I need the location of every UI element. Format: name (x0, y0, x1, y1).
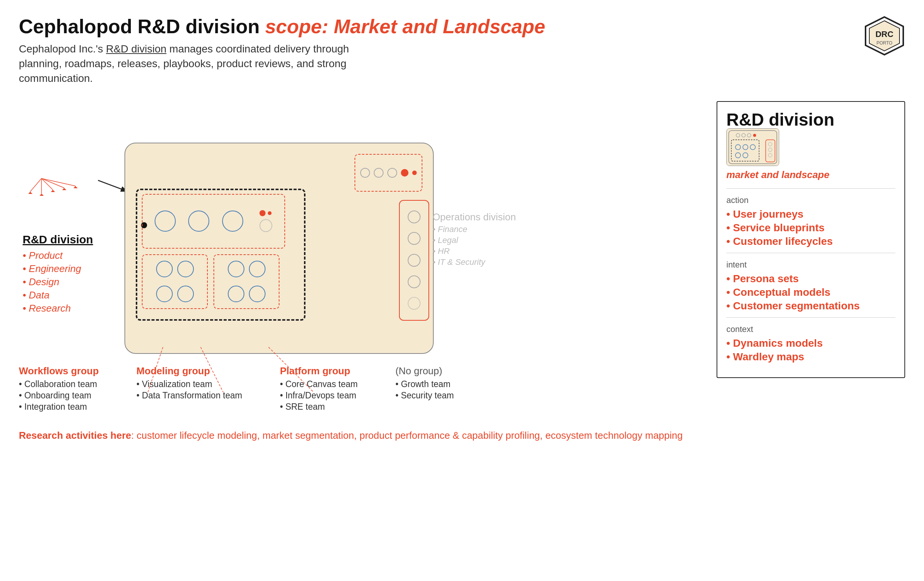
sidebar-subtitle: market and landscape (726, 169, 834, 181)
context-label: context (726, 324, 895, 334)
dot-top1 (259, 210, 266, 216)
intent-item-persona: Persona sets (726, 273, 895, 285)
svg-rect-19 (727, 129, 779, 166)
left-content: Go To Market division Sales & Sales Ops … (19, 101, 701, 443)
ops-item: IT & Security (432, 257, 516, 267)
nogroup-list: Growth team Security team (395, 379, 471, 401)
action-item-lifecycles: Customer lifecycles (726, 235, 895, 248)
modeling-list: Visualization team Data Transformation t… (137, 379, 242, 401)
svg-marker-12 (40, 193, 44, 196)
sidebar-context-section: context Dynamics models Wardley maps (726, 317, 895, 368)
ops-title: Operations division (432, 211, 516, 223)
rd-division-title: R&D division (23, 233, 93, 246)
research-bold: Research activities here (19, 430, 131, 441)
circle-bl3 (156, 286, 173, 302)
platform-group: Platform group Core Canvas team Infra/De… (280, 365, 358, 413)
nogroup-title: (No group) (395, 365, 471, 377)
svg-text:PORTO: PORTO (876, 40, 892, 46)
circle-bl2 (177, 261, 194, 277)
dot-red2 (412, 170, 417, 175)
circle-sm2 (374, 168, 384, 178)
svg-line-6 (30, 178, 41, 191)
context-list: Dynamics models Wardley maps (726, 337, 895, 363)
sidebar-top: R&D division (726, 111, 895, 181)
platform-title: Platform group (280, 365, 358, 377)
circle-br2 (249, 261, 266, 277)
modeling-item: Data Transformation team (137, 391, 242, 401)
sidebar-action-section: action User journeys Service blueprints … (726, 188, 895, 253)
ops-circle3 (408, 254, 421, 267)
svg-line-8 (41, 178, 53, 190)
ops-item: HR (432, 246, 516, 256)
title-main: Cephalopod R&D division (19, 15, 259, 37)
ops-circle4 (408, 276, 421, 288)
sidebar-title: R&D division (726, 111, 834, 128)
page-title: Cephalopod R&D division scope: Market an… (19, 15, 905, 38)
context-item-wardley: Wardley maps (726, 351, 895, 363)
rd-division-box: R&D division Product Engineering Design … (23, 233, 93, 316)
sidebar-thumbnail (726, 128, 779, 166)
intent-item-conceptual: Conceptual models (726, 286, 895, 299)
modeling-group: Modeling group Visualization team Data T… (137, 365, 242, 413)
circle-sm1 (360, 168, 370, 178)
platform-item: Core Canvas team (280, 379, 358, 390)
context-item-dynamics: Dynamics models (726, 337, 895, 349)
ops-item: Finance (432, 224, 516, 234)
nogroup-item: Growth team (395, 379, 471, 390)
platform-item: Infra/Devops team (280, 391, 358, 401)
svg-line-9 (41, 178, 64, 188)
ops-circle2 (408, 232, 421, 245)
modeling-title: Modeling group (137, 365, 242, 377)
ops-item: Legal (432, 235, 516, 245)
svg-line-4 (98, 180, 128, 191)
platform-item: SRE team (280, 402, 358, 412)
circle-br4 (249, 286, 266, 302)
ops-label: Operations division Finance Legal HR IT … (432, 211, 516, 268)
action-item-journeys: User journeys (726, 208, 895, 220)
circle-br3 (228, 286, 244, 302)
svg-marker-14 (62, 188, 66, 190)
modeling-item: Visualization team (137, 379, 242, 390)
intent-item-segmentation: Customer segmentations (726, 300, 895, 312)
logo: DRC PORTO (864, 15, 905, 56)
workflows-title: Workflows group (19, 365, 99, 377)
right-sidebar: R&D division (716, 101, 905, 378)
svg-marker-11 (28, 191, 33, 194)
intent-list: Persona sets Conceptual models Customer … (726, 273, 895, 312)
ops-list: Finance Legal HR IT & Security (432, 224, 516, 267)
header: Cephalopod R&D division scope: Market an… (19, 15, 905, 86)
circle-top-sm (259, 219, 272, 232)
canvas-outer: Operations division Finance Legal HR IT … (124, 143, 434, 354)
circle-lg1 (155, 211, 176, 232)
rd-item-design: Design (23, 276, 93, 288)
rd-item-data: Data (23, 289, 93, 301)
svg-line-10 (41, 178, 76, 186)
title-scope: scope: Market and Landscape (265, 15, 545, 37)
ops-circle1 (408, 211, 421, 223)
action-list: User journeys Service blueprints Custome… (726, 208, 895, 248)
rd-item-research: Research (23, 302, 93, 314)
workflows-item: Onboarding team (19, 391, 99, 401)
research-footer: Research activities here: customer lifec… (19, 428, 701, 443)
circle-bl1 (156, 261, 173, 277)
circle-lg3 (222, 211, 243, 232)
svg-marker-13 (51, 190, 55, 192)
rd-item-engineering: Engineering (23, 263, 93, 275)
rd-inner-right (213, 254, 279, 309)
ops-circle5 (408, 297, 421, 310)
rd-dashed-area (136, 189, 305, 321)
nogroup-group: (No group) Growth team Security team (395, 365, 471, 413)
bottom-labels: Workflows group Collaboration team Onboa… (19, 365, 701, 413)
dot-top2 (268, 211, 272, 215)
circle-br1 (228, 261, 244, 277)
rd-inner-top (142, 194, 285, 249)
research-text: : customer lifecycle modeling, market se… (131, 430, 683, 441)
canvas-container: Operations division Finance Legal HR IT … (124, 143, 434, 354)
nogroup-item: Security team (395, 391, 471, 401)
circle-bl4 (177, 286, 194, 302)
dot-red1 (401, 169, 408, 177)
svg-marker-15 (74, 186, 78, 188)
main-layout: Go To Market division Sales & Sales Ops … (19, 101, 905, 443)
rd-division-list: Product Engineering Design Data Research (23, 250, 93, 314)
workflows-group: Workflows group Collaboration team Onboa… (19, 365, 99, 413)
